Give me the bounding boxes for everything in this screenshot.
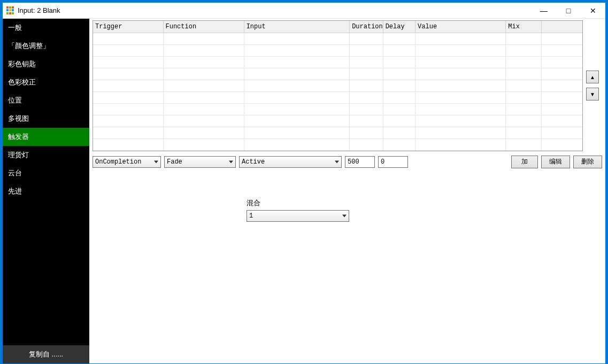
table-row[interactable]	[93, 138, 582, 150]
minimize-button[interactable]: —	[532, 3, 556, 19]
table-row[interactable]	[93, 103, 582, 115]
sidebar: 一般「颜色调整」彩色钥匙色彩校正位置多视图触发器理货灯云台先进 复制自 ....…	[3, 19, 89, 363]
mix-section: 混合 1	[247, 198, 602, 222]
grid-header[interactable]: Mix	[506, 21, 542, 33]
sidebar-item-7[interactable]: 理货灯	[3, 146, 89, 164]
table-row[interactable]	[93, 68, 582, 80]
move-up-button[interactable]: ▲	[586, 71, 599, 83]
delete-button[interactable]: 删除	[573, 156, 602, 168]
grid-header[interactable]: Function	[163, 21, 244, 33]
sidebar-item-1[interactable]: 「颜色调整」	[3, 37, 89, 55]
grid-header[interactable]: Duration	[350, 21, 383, 33]
grid-header[interactable]	[541, 21, 582, 33]
grid-header[interactable]: Delay	[383, 21, 415, 33]
reorder-buttons: ▲ ▼	[586, 20, 602, 151]
close-button[interactable]: ✕	[581, 3, 605, 19]
sidebar-copy-from[interactable]: 复制自 ......	[3, 345, 89, 363]
duration-input[interactable]: 500	[345, 156, 375, 168]
grid-header[interactable]: Input	[244, 21, 350, 33]
triggers-grid[interactable]: TriggerFunctionInputDurationDelayValueMi…	[93, 20, 583, 151]
grid-header[interactable]: Trigger	[93, 21, 163, 33]
table-row[interactable]	[93, 56, 582, 68]
table-row[interactable]	[93, 44, 582, 56]
window-controls: — □ ✕	[532, 3, 605, 19]
delay-input[interactable]: 0	[378, 156, 408, 168]
window-title: Input: 2 Blank	[18, 6, 60, 14]
maximize-button[interactable]: □	[556, 3, 581, 19]
mix-select[interactable]: 1	[247, 210, 349, 222]
move-down-button[interactable]: ▼	[586, 88, 599, 100]
table-row[interactable]	[93, 80, 582, 91]
add-button[interactable]: 加	[511, 156, 538, 168]
titlebar: Input: 2 Blank — □ ✕	[3, 3, 605, 19]
grid-header[interactable]: Value	[415, 21, 506, 33]
table-row[interactable]	[93, 33, 582, 44]
controls-row: OnCompletion Fade Active 500 0 加 编辑 删除	[93, 156, 602, 168]
mix-label: 混合	[247, 198, 602, 208]
sidebar-item-2[interactable]: 彩色钥匙	[3, 55, 89, 73]
input-select[interactable]: Active	[239, 156, 342, 168]
main-panel: TriggerFunctionInputDurationDelayValueMi…	[89, 19, 605, 363]
table-row[interactable]	[93, 115, 582, 127]
sidebar-item-8[interactable]: 云台	[3, 164, 89, 182]
body: 一般「颜色调整」彩色钥匙色彩校正位置多视图触发器理货灯云台先进 复制自 ....…	[3, 19, 605, 363]
window: Input: 2 Blank — □ ✕ 一般「颜色调整」彩色钥匙色彩校正位置多…	[2, 2, 606, 364]
table-row[interactable]	[93, 91, 582, 103]
function-select[interactable]: Fade	[164, 156, 236, 168]
sidebar-item-4[interactable]: 位置	[3, 91, 89, 110]
edit-button[interactable]: 编辑	[541, 156, 570, 168]
sidebar-item-5[interactable]: 多视图	[3, 110, 89, 128]
trigger-select[interactable]: OnCompletion	[93, 156, 161, 168]
sidebar-item-0[interactable]: 一般	[3, 19, 89, 37]
sidebar-item-9[interactable]: 先进	[3, 182, 89, 200]
table-row[interactable]	[93, 127, 582, 138]
sidebar-item-3[interactable]: 色彩校正	[3, 73, 89, 91]
sidebar-item-6[interactable]: 触发器	[3, 128, 89, 146]
app-icon	[6, 6, 14, 15]
